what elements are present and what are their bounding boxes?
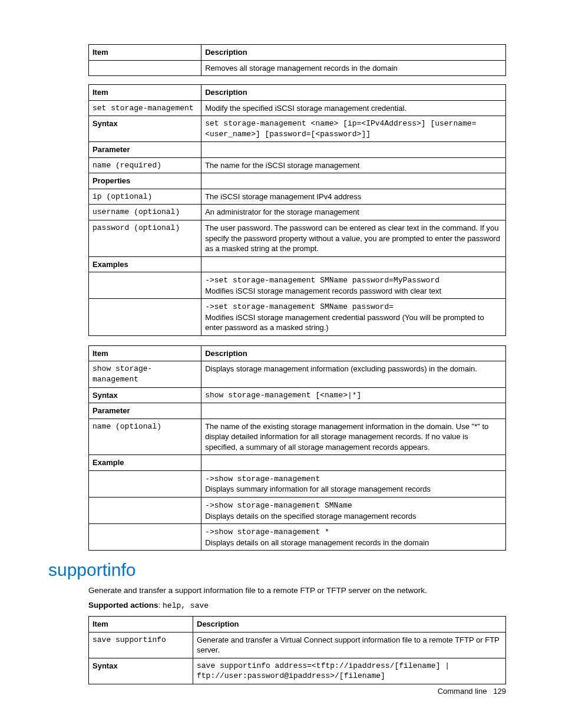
code-line: ->show storage-management (205, 475, 320, 483)
table-remove-records: Item Description Removes all storage man… (88, 44, 506, 76)
col-header-item: Item (89, 45, 201, 61)
table-row: ->set storage-management SMName password… (89, 272, 506, 299)
cell-desc: Displays storage management information … (201, 361, 506, 387)
cell-desc (201, 455, 506, 471)
table-save-supportinfo: Item Description save supportinfo Genera… (88, 616, 506, 684)
cell-item (89, 60, 201, 76)
footer-page-number: 129 (493, 687, 506, 696)
cell-item (89, 299, 201, 336)
col-header-item: Item (89, 85, 201, 101)
cell-item: show storage-management (89, 361, 201, 387)
table-row: Syntax save supportinfo address=<tftp://… (89, 658, 506, 684)
cell-desc: ->set storage-management SMName password… (201, 299, 506, 336)
table-row: username (optional) An administrator for… (89, 205, 506, 220)
col-header-description: Description (201, 85, 506, 101)
cell-item (89, 272, 201, 299)
cell-item: Parameter (89, 142, 201, 158)
code-line: ->show storage-management * (205, 528, 329, 536)
cell-desc: set storage-management <name> [ip=<IPv4A… (201, 116, 506, 142)
intro-paragraph: Generate and transfer a support informat… (88, 586, 506, 595)
cell-desc: save supportinfo address=<tftp://ipaddre… (193, 658, 506, 684)
cell-desc: Removes all storage management records i… (201, 60, 506, 76)
table-row: name (required) The name for the iSCSI s… (89, 157, 506, 173)
table-row: ip (optional) The iSCSI storage manageme… (89, 189, 506, 205)
cell-item: ip (optional) (89, 189, 201, 205)
cell-desc: The iSCSI storage management IPv4 addres… (201, 189, 506, 205)
supported-actions-line: Supported actions: help, save (88, 601, 506, 610)
table-row: Parameter (89, 142, 506, 158)
cell-desc: The name for the iSCSI storage managemen… (201, 157, 506, 173)
table-row: name (optional) The name of the existing… (89, 419, 506, 455)
section-heading-supportinfo: supportinfo (48, 560, 506, 580)
table-row: ->show storage-management SMName Display… (89, 497, 506, 523)
code-line: ->show storage-management SMName (205, 501, 352, 510)
cell-item: name (optional) (89, 419, 201, 455)
cell-desc: Modify the specified iSCSI storage manag… (201, 100, 506, 116)
cell-desc: ->show storage-management Displays summa… (201, 470, 506, 497)
table-row: Examples (89, 256, 506, 272)
text-line: Modifies iSCSI storage management record… (205, 286, 441, 295)
cell-desc: The name of the existing storage managem… (201, 419, 506, 455)
supported-actions-label: Supported actions (88, 601, 158, 610)
cell-desc: Generate and transfer a Virtual Connect … (193, 632, 506, 658)
cell-item: Parameter (89, 403, 201, 419)
cell-desc: ->show storage-management SMName Display… (201, 497, 506, 523)
cell-item: set storage-management (89, 100, 201, 116)
cell-item: Syntax (89, 658, 193, 684)
table-row: Example (89, 455, 506, 471)
cell-item (89, 524, 201, 551)
cell-item: username (optional) (89, 205, 201, 220)
table-row: save supportinfo Generate and transfer a… (89, 632, 506, 658)
code-line: ->set storage-management SMName password… (205, 276, 439, 285)
col-header-description: Description (193, 617, 506, 633)
cell-desc: An administrator for the storage managem… (201, 205, 506, 220)
table-row: set storage-management Modify the specif… (89, 100, 506, 116)
cell-desc (201, 256, 506, 272)
cell-desc: ->set storage-management SMName password… (201, 272, 506, 299)
footer-text: Command line (438, 687, 487, 696)
cell-item (89, 497, 201, 523)
table-row: Parameter (89, 403, 506, 419)
table-row: Syntax show storage-management [<name>|*… (89, 387, 506, 403)
table-row: ->show storage-management Displays summa… (89, 470, 506, 497)
page-footer: Command line 129 (438, 687, 506, 696)
cell-item: Example (89, 455, 201, 471)
table-row: show storage-management Displays storage… (89, 361, 506, 387)
table-row: ->show storage-management * Displays det… (89, 524, 506, 551)
col-header-item: Item (89, 617, 193, 633)
cell-desc (201, 403, 506, 419)
supported-actions-value: help, save (163, 601, 209, 610)
cell-item: Examples (89, 256, 201, 272)
text-line: Displays details on all storage manageme… (205, 538, 429, 547)
code-line: ->set storage-management SMName password… (205, 302, 394, 311)
text-line: Modifies iSCSI storage management creden… (205, 313, 484, 332)
cell-desc: ->show storage-management * Displays det… (201, 524, 506, 551)
cell-item: Syntax (89, 116, 201, 142)
cell-item: Syntax (89, 387, 201, 403)
cell-desc (201, 142, 506, 158)
cell-item: password (optional) (89, 220, 201, 257)
table-set-storage-management: Item Description set storage-management … (88, 84, 506, 336)
cell-desc: The user password. The password can be e… (201, 220, 506, 257)
table-row: password (optional) The user password. T… (89, 220, 506, 257)
table-row: ->set storage-management SMName password… (89, 299, 506, 336)
text-line: Displays details on the specified storag… (205, 512, 416, 521)
cell-item: save supportinfo (89, 632, 193, 658)
cell-desc (201, 173, 506, 189)
table-row: Properties (89, 173, 506, 189)
cell-item: Properties (89, 173, 201, 189)
col-header-description: Description (201, 45, 506, 61)
table-row: Syntax set storage-management <name> [ip… (89, 116, 506, 142)
table-row: Removes all storage management records i… (89, 60, 506, 76)
col-header-description: Description (201, 345, 506, 361)
cell-item: name (required) (89, 157, 201, 173)
cell-item (89, 470, 201, 497)
col-header-item: Item (89, 345, 201, 361)
table-show-storage-management: Item Description show storage-management… (88, 345, 506, 551)
cell-desc: show storage-management [<name>|*] (201, 387, 506, 403)
text-line: Displays summary information for all sto… (205, 485, 431, 493)
